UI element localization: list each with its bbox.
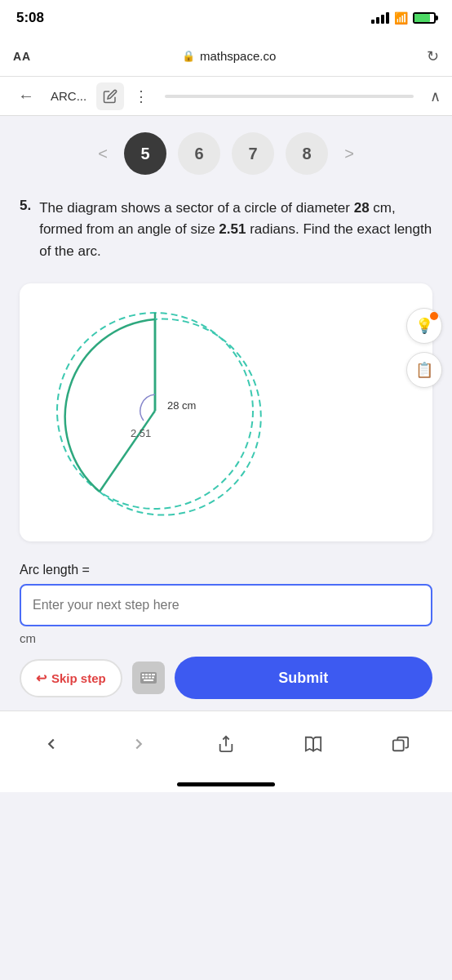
pagination-item-8[interactable]: 8 (286, 132, 328, 175)
svg-rect-9 (142, 677, 144, 679)
svg-rect-5 (142, 674, 144, 675)
hint-notification-dot (430, 312, 438, 320)
lightbulb-icon: 💡 (415, 317, 433, 335)
skip-icon: ↩ (36, 670, 47, 686)
arc-unit-label: cm (20, 631, 432, 645)
skip-step-button[interactable]: ↩ Skip step (20, 659, 122, 697)
arc-length-label: Arc length = (20, 563, 432, 577)
svg-rect-11 (148, 677, 151, 679)
keyboard-icon[interactable] (132, 662, 165, 694)
bottom-navigation (0, 710, 452, 776)
hint-notes-button[interactable]: 📋 (406, 352, 442, 388)
hint-lightbulb-button[interactable]: 💡 (406, 308, 442, 344)
browser-bar: AA 🔒 mathspace.co ↻ (0, 36, 452, 77)
svg-rect-12 (152, 677, 154, 679)
question-text: The diagram shows a sector of a circle o… (39, 198, 432, 262)
browser-forward-button[interactable] (118, 724, 159, 764)
nav-collapse-button[interactable]: ∧ (430, 87, 441, 105)
tabs-button[interactable] (380, 724, 421, 764)
hint-buttons: 💡 📋 (406, 308, 442, 388)
signal-bars-icon (371, 12, 389, 24)
wifi-icon: 📶 (394, 11, 408, 24)
svg-rect-6 (145, 674, 148, 675)
status-icons: 📶 (371, 11, 436, 24)
status-time: 5:08 (16, 10, 44, 26)
nav-progress-bar (165, 95, 414, 98)
pagination: < 5 6 7 8 > (0, 116, 452, 183)
question-section: 5. The diagram shows a sector of a circl… (0, 183, 452, 270)
nav-bar: ← ARC... ⋮ ∧ (0, 77, 452, 116)
label-28cm: 28 cm (167, 399, 196, 412)
reload-icon[interactable]: ↻ (427, 47, 439, 65)
skip-step-label: Skip step (51, 671, 106, 685)
home-bar (177, 782, 275, 786)
submit-button[interactable]: Submit (175, 657, 432, 699)
svg-line-3 (100, 411, 155, 492)
arc-section: Arc length = cm (0, 555, 452, 645)
pagination-numbers: 5 6 7 8 (124, 132, 328, 175)
diagram-container: 28 cm 2.51 💡 📋 (20, 283, 432, 541)
pagination-item-5[interactable]: 5 (124, 132, 166, 175)
browser-url-wrap: 🔒 mathspace.co (39, 49, 419, 63)
nav-title: ARC... (51, 89, 86, 103)
browser-aa-label[interactable]: AA (13, 50, 31, 63)
home-indicator (0, 776, 452, 792)
pagination-prev-button[interactable]: < (88, 139, 117, 168)
label-251: 2.51 (131, 427, 151, 439)
bookmarks-button[interactable] (293, 724, 334, 764)
svg-rect-13 (144, 679, 153, 681)
pagination-item-6[interactable]: 6 (178, 132, 220, 175)
nav-more-button[interactable]: ⋮ (134, 87, 148, 105)
svg-rect-8 (152, 674, 155, 675)
question-number: 5. (20, 198, 31, 214)
battery-icon (413, 12, 436, 24)
share-button[interactable] (206, 724, 246, 764)
arc-length-input[interactable] (20, 584, 432, 626)
browser-back-button[interactable] (31, 724, 72, 764)
lock-icon: 🔒 (182, 50, 195, 62)
circle-diagram: 28 cm 2.51 (33, 296, 277, 525)
notes-icon: 📋 (415, 361, 433, 379)
nav-edit-button[interactable] (96, 82, 124, 110)
pagination-next-button[interactable]: > (335, 139, 364, 168)
svg-rect-10 (145, 677, 148, 679)
pagination-item-7[interactable]: 7 (232, 132, 274, 175)
browser-url[interactable]: mathspace.co (200, 49, 276, 63)
status-bar: 5:08 📶 (0, 0, 452, 36)
bottom-action-bar: ↩ Skip step Submit (0, 645, 452, 710)
nav-back-button[interactable]: ← (11, 83, 41, 109)
svg-rect-7 (148, 674, 151, 675)
svg-rect-15 (392, 740, 403, 751)
